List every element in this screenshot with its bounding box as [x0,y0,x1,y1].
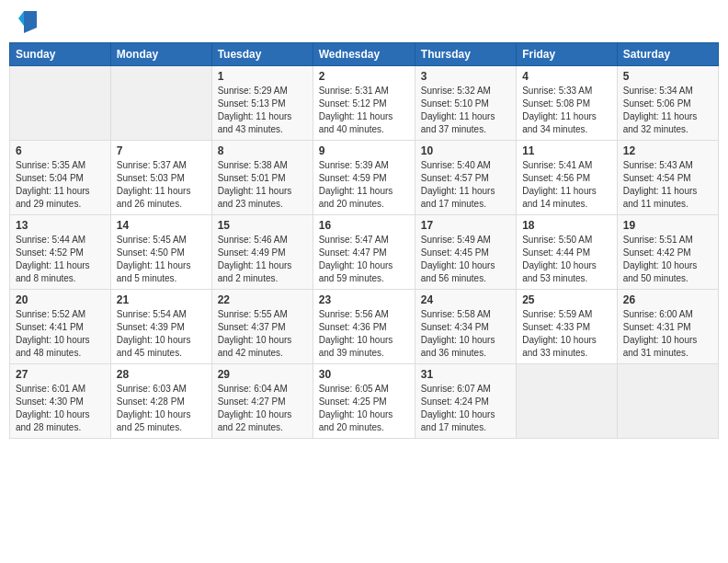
logo-icon [17,9,39,35]
day-number: 20 [16,293,105,306]
day-number: 12 [623,144,712,157]
calendar-cell: 26Sunrise: 6:00 AM Sunset: 4:31 PM Dayli… [617,290,718,364]
day-number: 10 [421,144,510,157]
calendar-week-1: 1Sunrise: 5:29 AM Sunset: 5:13 PM Daylig… [10,66,719,141]
day-info: Sunrise: 5:33 AM Sunset: 5:08 PM Dayligh… [522,85,611,136]
day-info: Sunrise: 5:35 AM Sunset: 5:04 PM Dayligh… [16,159,105,211]
calendar-week-4: 20Sunrise: 5:52 AM Sunset: 4:41 PM Dayli… [10,290,719,364]
calendar-cell: 31Sunrise: 6:07 AM Sunset: 4:24 PM Dayli… [415,364,516,439]
calendar-cell [10,66,111,141]
calendar-cell: 16Sunrise: 5:47 AM Sunset: 4:47 PM Dayli… [313,215,415,290]
calendar-cell: 29Sunrise: 6:04 AM Sunset: 4:27 PM Dayli… [211,364,313,439]
day-number: 9 [319,144,409,157]
calendar-cell: 24Sunrise: 5:58 AM Sunset: 4:34 PM Dayli… [415,290,516,364]
weekday-header-sunday: Sunday [10,43,111,66]
weekday-header-wednesday: Wednesday [313,43,415,66]
day-number: 21 [117,293,206,306]
day-info: Sunrise: 5:47 AM Sunset: 4:47 PM Dayligh… [319,234,409,285]
day-info: Sunrise: 5:49 AM Sunset: 4:45 PM Dayligh… [421,234,510,285]
day-info: Sunrise: 6:01 AM Sunset: 4:30 PM Dayligh… [16,383,105,434]
day-number: 27 [16,368,105,381]
calendar-cell: 27Sunrise: 6:01 AM Sunset: 4:30 PM Dayli… [10,364,111,439]
day-number: 4 [522,70,611,83]
day-number: 8 [218,144,307,157]
day-info: Sunrise: 5:59 AM Sunset: 4:33 PM Dayligh… [522,308,611,360]
day-info: Sunrise: 5:58 AM Sunset: 4:34 PM Dayligh… [421,308,510,360]
day-number: 13 [16,219,105,232]
calendar-cell [110,66,211,141]
page-header [9,9,719,35]
calendar-cell [617,364,718,439]
calendar-cell: 17Sunrise: 5:49 AM Sunset: 4:45 PM Dayli… [415,215,516,290]
weekday-header-tuesday: Tuesday [211,43,313,66]
day-number: 2 [319,70,409,83]
calendar-cell: 18Sunrise: 5:50 AM Sunset: 4:44 PM Dayli… [517,215,618,290]
day-info: Sunrise: 6:03 AM Sunset: 4:28 PM Dayligh… [117,383,206,434]
weekday-header-saturday: Saturday [617,43,718,66]
calendar-cell [517,364,618,439]
day-number: 17 [421,219,510,232]
calendar-cell: 23Sunrise: 5:56 AM Sunset: 4:36 PM Dayli… [313,290,415,364]
calendar-cell: 4Sunrise: 5:33 AM Sunset: 5:08 PM Daylig… [517,66,618,141]
calendar-cell: 8Sunrise: 5:38 AM Sunset: 5:01 PM Daylig… [211,141,313,215]
day-info: Sunrise: 5:52 AM Sunset: 4:41 PM Dayligh… [16,308,105,360]
calendar-cell: 5Sunrise: 5:34 AM Sunset: 5:06 PM Daylig… [617,66,718,141]
calendar-cell: 30Sunrise: 6:05 AM Sunset: 4:25 PM Dayli… [313,364,415,439]
calendar-cell: 7Sunrise: 5:37 AM Sunset: 5:03 PM Daylig… [110,141,211,215]
day-info: Sunrise: 5:31 AM Sunset: 5:12 PM Dayligh… [319,85,409,136]
weekday-header-thursday: Thursday [415,43,516,66]
calendar-cell: 15Sunrise: 5:46 AM Sunset: 4:49 PM Dayli… [211,215,313,290]
day-info: Sunrise: 5:50 AM Sunset: 4:44 PM Dayligh… [522,234,611,285]
calendar-cell: 10Sunrise: 5:40 AM Sunset: 4:57 PM Dayli… [415,141,516,215]
calendar-cell: 2Sunrise: 5:31 AM Sunset: 5:12 PM Daylig… [313,66,415,141]
logo [13,9,39,35]
day-number: 18 [522,219,611,232]
day-number: 26 [623,293,712,306]
day-number: 31 [421,368,510,381]
calendar-cell: 12Sunrise: 5:43 AM Sunset: 4:54 PM Dayli… [617,141,718,215]
day-number: 19 [623,219,712,232]
day-info: Sunrise: 5:45 AM Sunset: 4:50 PM Dayligh… [117,234,206,285]
day-info: Sunrise: 5:34 AM Sunset: 5:06 PM Dayligh… [623,85,712,136]
calendar-cell: 22Sunrise: 5:55 AM Sunset: 4:37 PM Dayli… [211,290,313,364]
svg-marker-0 [24,11,37,33]
day-info: Sunrise: 5:37 AM Sunset: 5:03 PM Dayligh… [117,159,206,211]
day-number: 1 [218,70,307,83]
day-info: Sunrise: 6:05 AM Sunset: 4:25 PM Dayligh… [319,383,409,434]
calendar-cell: 3Sunrise: 5:32 AM Sunset: 5:10 PM Daylig… [415,66,516,141]
calendar-table: SundayMondayTuesdayWednesdayThursdayFrid… [9,42,719,439]
day-number: 28 [117,368,206,381]
calendar-cell: 13Sunrise: 5:44 AM Sunset: 4:52 PM Dayli… [10,215,111,290]
day-number: 24 [421,293,510,306]
day-info: Sunrise: 5:40 AM Sunset: 4:57 PM Dayligh… [421,159,510,211]
svg-marker-1 [18,11,24,26]
day-number: 5 [623,70,712,83]
day-info: Sunrise: 5:46 AM Sunset: 4:49 PM Dayligh… [218,234,307,285]
calendar-cell: 11Sunrise: 5:41 AM Sunset: 4:56 PM Dayli… [517,141,618,215]
day-info: Sunrise: 5:44 AM Sunset: 4:52 PM Dayligh… [16,234,105,285]
day-number: 11 [522,144,611,157]
calendar-cell: 9Sunrise: 5:39 AM Sunset: 4:59 PM Daylig… [313,141,415,215]
day-info: Sunrise: 5:39 AM Sunset: 4:59 PM Dayligh… [319,159,409,211]
day-info: Sunrise: 5:41 AM Sunset: 4:56 PM Dayligh… [522,159,611,211]
day-number: 22 [218,293,307,306]
day-info: Sunrise: 5:38 AM Sunset: 5:01 PM Dayligh… [218,159,307,211]
calendar-cell: 28Sunrise: 6:03 AM Sunset: 4:28 PM Dayli… [110,364,211,439]
calendar-cell: 14Sunrise: 5:45 AM Sunset: 4:50 PM Dayli… [110,215,211,290]
day-number: 6 [16,144,105,157]
weekday-header-friday: Friday [517,43,618,66]
day-info: Sunrise: 5:32 AM Sunset: 5:10 PM Dayligh… [421,85,510,136]
calendar-cell: 20Sunrise: 5:52 AM Sunset: 4:41 PM Dayli… [10,290,111,364]
day-info: Sunrise: 6:04 AM Sunset: 4:27 PM Dayligh… [218,383,307,434]
day-number: 7 [117,144,206,157]
calendar-cell: 19Sunrise: 5:51 AM Sunset: 4:42 PM Dayli… [617,215,718,290]
day-number: 14 [117,219,206,232]
calendar-cell: 25Sunrise: 5:59 AM Sunset: 4:33 PM Dayli… [517,290,618,364]
weekday-header-monday: Monday [110,43,211,66]
calendar-week-3: 13Sunrise: 5:44 AM Sunset: 4:52 PM Dayli… [10,215,719,290]
day-info: Sunrise: 5:51 AM Sunset: 4:42 PM Dayligh… [623,234,712,285]
calendar-week-2: 6Sunrise: 5:35 AM Sunset: 5:04 PM Daylig… [10,141,719,215]
day-number: 29 [218,368,307,381]
day-info: Sunrise: 5:55 AM Sunset: 4:37 PM Dayligh… [218,308,307,360]
day-info: Sunrise: 5:56 AM Sunset: 4:36 PM Dayligh… [319,308,409,360]
